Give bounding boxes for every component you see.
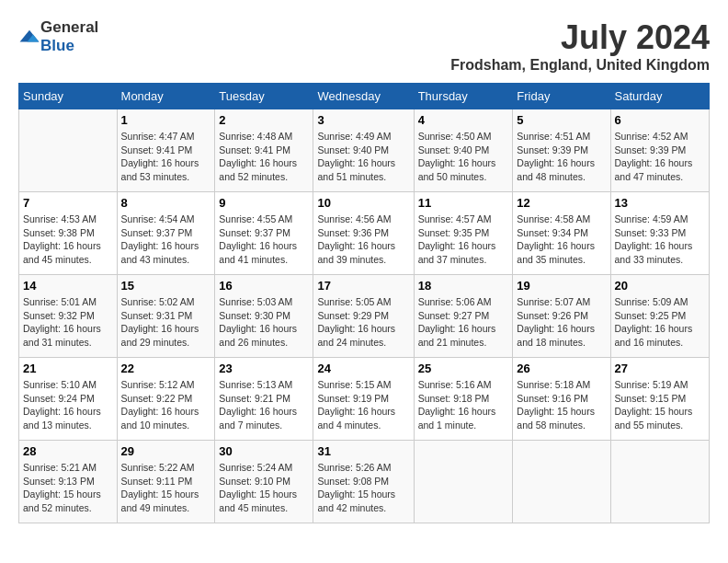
cell-content: Sunrise: 5:22 AM Sunset: 9:11 PM Dayligh… <box>121 461 211 515</box>
calendar-cell: 4Sunrise: 4:50 AM Sunset: 9:40 PM Daylig… <box>414 109 513 192</box>
day-number: 13 <box>615 196 705 210</box>
day-number: 11 <box>418 196 509 210</box>
header-wednesday: Wednesday <box>313 84 414 109</box>
title-block: July 2024 Frodsham, England, United King… <box>450 18 710 74</box>
day-number: 9 <box>219 196 309 210</box>
calendar-cell: 25Sunrise: 5:16 AM Sunset: 9:18 PM Dayli… <box>414 358 513 441</box>
cell-content: Sunrise: 5:07 AM Sunset: 9:26 PM Dayligh… <box>517 295 606 350</box>
month-year-title: July 2024 <box>450 18 710 57</box>
calendar-cell: 8Sunrise: 4:54 AM Sunset: 9:37 PM Daylig… <box>117 192 215 275</box>
calendar-cell: 17Sunrise: 5:05 AM Sunset: 9:29 PM Dayli… <box>313 275 414 358</box>
calendar-cell <box>513 441 610 523</box>
calendar-table: SundayMondayTuesdayWednesdayThursdayFrid… <box>18 83 710 523</box>
logo: General Blue <box>18 18 98 55</box>
cell-content: Sunrise: 4:55 AM Sunset: 9:37 PM Dayligh… <box>219 213 309 267</box>
header-sunday: Sunday <box>19 84 118 109</box>
calendar-cell: 12Sunrise: 4:58 AM Sunset: 9:34 PM Dayli… <box>513 192 610 275</box>
calendar-cell: 13Sunrise: 4:59 AM Sunset: 9:33 PM Dayli… <box>610 192 709 275</box>
calendar-week-3: 14Sunrise: 5:01 AM Sunset: 9:32 PM Dayli… <box>19 275 710 358</box>
header-thursday: Thursday <box>414 84 513 109</box>
calendar-cell: 31Sunrise: 5:26 AM Sunset: 9:08 PM Dayli… <box>313 441 414 523</box>
cell-content: Sunrise: 4:56 AM Sunset: 9:36 PM Dayligh… <box>317 213 409 267</box>
calendar-cell: 6Sunrise: 4:52 AM Sunset: 9:39 PM Daylig… <box>610 109 709 192</box>
cell-content: Sunrise: 5:24 AM Sunset: 9:10 PM Dayligh… <box>219 461 309 515</box>
calendar-header-row: SundayMondayTuesdayWednesdayThursdayFrid… <box>19 84 710 109</box>
day-number: 25 <box>418 362 509 375</box>
cell-content: Sunrise: 4:49 AM Sunset: 9:40 PM Dayligh… <box>317 130 409 184</box>
day-number: 5 <box>517 113 606 127</box>
calendar-cell: 1Sunrise: 4:47 AM Sunset: 9:41 PM Daylig… <box>117 109 215 192</box>
calendar-week-4: 21Sunrise: 5:10 AM Sunset: 9:24 PM Dayli… <box>19 358 710 441</box>
header-tuesday: Tuesday <box>215 84 313 109</box>
calendar-cell: 7Sunrise: 4:53 AM Sunset: 9:38 PM Daylig… <box>19 192 118 275</box>
cell-content: Sunrise: 5:19 AM Sunset: 9:15 PM Dayligh… <box>615 378 705 432</box>
cell-content: Sunrise: 4:52 AM Sunset: 9:39 PM Dayligh… <box>615 130 705 184</box>
cell-content: Sunrise: 5:05 AM Sunset: 9:29 PM Dayligh… <box>317 295 409 350</box>
calendar-cell: 19Sunrise: 5:07 AM Sunset: 9:26 PM Dayli… <box>513 275 610 358</box>
cell-content: Sunrise: 4:50 AM Sunset: 9:40 PM Dayligh… <box>418 130 509 184</box>
day-number: 15 <box>121 279 211 293</box>
day-number: 21 <box>23 362 113 375</box>
day-number: 22 <box>121 362 211 375</box>
day-number: 17 <box>317 279 409 293</box>
cell-content: Sunrise: 5:10 AM Sunset: 9:24 PM Dayligh… <box>23 378 113 432</box>
day-number: 7 <box>23 196 113 210</box>
location-subtitle: Frodsham, England, United Kingdom <box>450 57 710 74</box>
cell-content: Sunrise: 4:54 AM Sunset: 9:37 PM Dayligh… <box>121 213 211 267</box>
day-number: 6 <box>615 113 705 127</box>
calendar-week-2: 7Sunrise: 4:53 AM Sunset: 9:38 PM Daylig… <box>19 192 710 275</box>
cell-content: Sunrise: 4:51 AM Sunset: 9:39 PM Dayligh… <box>517 130 606 184</box>
cell-content: Sunrise: 5:03 AM Sunset: 9:30 PM Dayligh… <box>219 295 309 350</box>
calendar-cell: 10Sunrise: 4:56 AM Sunset: 9:36 PM Dayli… <box>313 192 414 275</box>
calendar-cell: 5Sunrise: 4:51 AM Sunset: 9:39 PM Daylig… <box>513 109 610 192</box>
calendar-cell <box>610 441 709 523</box>
day-number: 29 <box>121 444 211 458</box>
calendar-cell: 14Sunrise: 5:01 AM Sunset: 9:32 PM Dayli… <box>19 275 118 358</box>
cell-content: Sunrise: 4:59 AM Sunset: 9:33 PM Dayligh… <box>615 213 705 267</box>
cell-content: Sunrise: 5:01 AM Sunset: 9:32 PM Dayligh… <box>23 295 113 350</box>
calendar-cell: 18Sunrise: 5:06 AM Sunset: 9:27 PM Dayli… <box>414 275 513 358</box>
day-number: 28 <box>23 444 113 458</box>
day-number: 20 <box>615 279 705 293</box>
calendar-cell: 30Sunrise: 5:24 AM Sunset: 9:10 PM Dayli… <box>215 441 313 523</box>
day-number: 12 <box>517 196 606 210</box>
calendar-cell: 24Sunrise: 5:15 AM Sunset: 9:19 PM Dayli… <box>313 358 414 441</box>
day-number: 19 <box>517 279 606 293</box>
logo-icon <box>18 29 40 45</box>
cell-content: Sunrise: 5:06 AM Sunset: 9:27 PM Dayligh… <box>418 295 509 350</box>
calendar-cell: 20Sunrise: 5:09 AM Sunset: 9:25 PM Dayli… <box>610 275 709 358</box>
cell-content: Sunrise: 5:15 AM Sunset: 9:19 PM Dayligh… <box>317 378 409 432</box>
cell-content: Sunrise: 4:57 AM Sunset: 9:35 PM Dayligh… <box>418 213 509 267</box>
calendar-cell: 16Sunrise: 5:03 AM Sunset: 9:30 PM Dayli… <box>215 275 313 358</box>
calendar-cell: 22Sunrise: 5:12 AM Sunset: 9:22 PM Dayli… <box>117 358 215 441</box>
cell-content: Sunrise: 5:16 AM Sunset: 9:18 PM Dayligh… <box>418 378 509 432</box>
calendar-cell: 11Sunrise: 4:57 AM Sunset: 9:35 PM Dayli… <box>414 192 513 275</box>
day-number: 14 <box>23 279 113 293</box>
day-number: 8 <box>121 196 211 210</box>
calendar-cell: 28Sunrise: 5:21 AM Sunset: 9:13 PM Dayli… <box>19 441 118 523</box>
cell-content: Sunrise: 4:48 AM Sunset: 9:41 PM Dayligh… <box>219 130 309 184</box>
day-number: 4 <box>418 113 509 127</box>
day-number: 23 <box>219 362 309 375</box>
calendar-cell: 23Sunrise: 5:13 AM Sunset: 9:21 PM Dayli… <box>215 358 313 441</box>
calendar-cell: 21Sunrise: 5:10 AM Sunset: 9:24 PM Dayli… <box>19 358 118 441</box>
header-saturday: Saturday <box>610 84 709 109</box>
calendar-week-5: 28Sunrise: 5:21 AM Sunset: 9:13 PM Dayli… <box>19 441 710 523</box>
logo-blue: Blue <box>40 37 74 54</box>
calendar-cell: 2Sunrise: 4:48 AM Sunset: 9:41 PM Daylig… <box>215 109 313 192</box>
cell-content: Sunrise: 5:18 AM Sunset: 9:16 PM Dayligh… <box>517 378 606 432</box>
day-number: 30 <box>219 444 309 458</box>
cell-content: Sunrise: 5:26 AM Sunset: 9:08 PM Dayligh… <box>317 461 409 515</box>
cell-content: Sunrise: 4:58 AM Sunset: 9:34 PM Dayligh… <box>517 213 606 267</box>
calendar-week-1: 1Sunrise: 4:47 AM Sunset: 9:41 PM Daylig… <box>19 109 710 192</box>
calendar-cell: 27Sunrise: 5:19 AM Sunset: 9:15 PM Dayli… <box>610 358 709 441</box>
calendar-cell: 15Sunrise: 5:02 AM Sunset: 9:31 PM Dayli… <box>117 275 215 358</box>
cell-content: Sunrise: 5:02 AM Sunset: 9:31 PM Dayligh… <box>121 295 211 350</box>
calendar-cell: 26Sunrise: 5:18 AM Sunset: 9:16 PM Dayli… <box>513 358 610 441</box>
calendar-cell: 9Sunrise: 4:55 AM Sunset: 9:37 PM Daylig… <box>215 192 313 275</box>
day-number: 16 <box>219 279 309 293</box>
cell-content: Sunrise: 5:13 AM Sunset: 9:21 PM Dayligh… <box>219 378 309 432</box>
day-number: 27 <box>615 362 705 375</box>
day-number: 26 <box>517 362 606 375</box>
page-header: General Blue July 2024 Frodsham, England… <box>18 18 710 74</box>
